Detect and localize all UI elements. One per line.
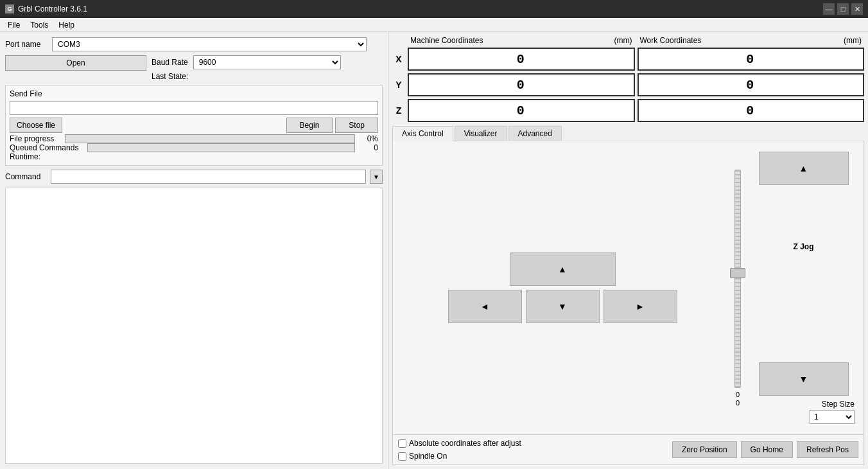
step-size-select[interactable]: 1 5 10	[810, 410, 855, 424]
z-slider-val2: 0	[736, 399, 740, 407]
tab-advanced[interactable]: Advanced	[508, 126, 562, 141]
absolute-coord-checkbox[interactable]	[398, 439, 406, 448]
send-file-label: Send File	[10, 89, 378, 98]
spindle-on-checkbox[interactable]	[398, 452, 406, 461]
z-slider-track	[734, 170, 741, 388]
z-slider-val1: 0	[736, 391, 740, 398]
menu-bar: File Tools Help	[0, 18, 868, 32]
work-x-display: 0	[638, 48, 865, 71]
minimize-button[interactable]: —	[823, 3, 835, 15]
z-slider-column: 0 0	[728, 145, 747, 430]
x-axis-label: X	[392, 48, 405, 71]
window-controls: — □ ✕	[823, 3, 863, 15]
jog-up-button[interactable]: ▲	[510, 252, 616, 286]
close-button[interactable]: ✕	[851, 3, 863, 15]
machine-y-display: 0	[408, 73, 635, 96]
tab-visualizer[interactable]: Visualizer	[455, 126, 507, 141]
refresh-pos-button[interactable]: Refresh Pos	[797, 441, 858, 458]
z-slider-handle[interactable]	[730, 268, 745, 278]
file-progress-row: File progress 0%	[10, 134, 378, 143]
tab-bar: Axis Control Visualizer Advanced	[392, 126, 864, 141]
absolute-coord-row: Absolute coordinates after adjust	[398, 439, 521, 448]
tab-content-axis-control: ▲ ◄ ▼ ►	[392, 141, 864, 465]
menu-help[interactable]: Help	[53, 19, 80, 31]
runtime-row: Runtime:	[10, 152, 378, 161]
tab-axis-control[interactable]: Axis Control	[392, 126, 453, 141]
step-size-label: Step Size	[822, 400, 855, 409]
main-content: Port name COM3 Open Baud Rate 9600 Last …	[0, 32, 868, 469]
queued-commands-label: Queued Commands	[10, 143, 83, 152]
jog-right-arrow: ►	[636, 301, 645, 312]
file-progress-label: File progress	[10, 134, 61, 143]
z-jog-down-arrow: ▼	[799, 374, 808, 384]
open-button[interactable]: Open	[5, 55, 146, 71]
z-jog-column: ▲ Z Jog ▼ Step Size 1 5	[747, 145, 860, 430]
command-label: Command	[5, 172, 47, 181]
jog-center-button[interactable]: ▼	[526, 290, 600, 323]
menu-file[interactable]: File	[3, 19, 25, 31]
bottom-controls: Absolute coordinates after adjust Spindl…	[393, 434, 864, 465]
console-area[interactable]	[5, 188, 383, 464]
z-jog-up-arrow: ▲	[799, 163, 808, 173]
port-row: Port name COM3	[5, 37, 383, 51]
title-bar: G Grbl Controller 3.6.1 — □ ✕	[0, 0, 868, 18]
svg-text:G: G	[7, 6, 12, 12]
z-jog-down-button[interactable]: ▼	[759, 362, 849, 396]
spindle-on-row: Spindle On	[398, 452, 521, 461]
machine-x-display: 0	[408, 48, 635, 71]
send-file-section: Send File Choose file Begin Stop File pr…	[5, 85, 383, 166]
machine-coords-header: Machine Coordinates (mm)	[408, 36, 635, 45]
file-progress-bar	[65, 134, 355, 143]
jog-center-arrow: ▼	[558, 301, 567, 312]
z-axis-label: Z	[392, 99, 405, 122]
queued-bar	[87, 143, 355, 152]
choose-file-button[interactable]: Choose file	[10, 118, 62, 133]
queued-row: Queued Commands 0	[10, 143, 378, 152]
absolute-coord-label: Absolute coordinates after adjust	[409, 439, 521, 448]
jog-left-arrow: ◄	[480, 301, 489, 312]
port-select[interactable]: COM3	[52, 37, 367, 51]
runtime-label: Runtime:	[10, 152, 40, 161]
file-controls-row: Choose file Begin Stop	[10, 118, 378, 133]
baud-label: Baud Rate	[152, 58, 188, 67]
jog-left-button[interactable]: ◄	[448, 290, 522, 323]
jog-up-arrow: ▲	[558, 264, 567, 274]
z-jog-label: Z Jog	[794, 242, 814, 251]
maximize-button[interactable]: □	[837, 3, 849, 15]
last-state-label: Last State:	[152, 72, 188, 81]
machine-z-display: 0	[408, 99, 635, 122]
jog-right-button[interactable]: ►	[603, 290, 677, 323]
work-coords-header: Work Coordinates (mm)	[638, 36, 865, 45]
tabs-section: Axis Control Visualizer Advanced ▲	[392, 126, 864, 465]
y-axis-label: Y	[392, 73, 405, 96]
queued-count: 0	[359, 143, 378, 152]
left-panel: Port name COM3 Open Baud Rate 9600 Last …	[0, 32, 388, 469]
last-state-row: Last State:	[152, 72, 341, 81]
file-progress-pct: 0%	[359, 134, 378, 143]
zero-position-button[interactable]: Zero Position	[672, 441, 737, 458]
baud-select[interactable]: 9600	[193, 55, 341, 69]
bottom-buttons: Zero Position Go Home Refresh Pos	[672, 441, 858, 458]
app-icon: G	[5, 4, 14, 13]
baud-row: Baud Rate 9600	[152, 55, 341, 69]
command-row: Command ▼	[5, 170, 383, 184]
stop-button[interactable]: Stop	[335, 118, 378, 133]
window-title: Grbl Controller 3.6.1	[18, 4, 87, 13]
port-name-label: Port name	[5, 40, 47, 49]
right-panel: Machine Coordinates (mm) Work Coordinate…	[388, 32, 868, 469]
command-input[interactable]	[51, 170, 366, 184]
work-z-display: 0	[638, 99, 865, 122]
work-y-display: 0	[638, 73, 865, 96]
command-dropdown-button[interactable]: ▼	[370, 170, 383, 184]
begin-button[interactable]: Begin	[286, 118, 333, 133]
z-jog-up-button[interactable]: ▲	[759, 152, 849, 185]
file-path-input[interactable]	[10, 101, 378, 115]
spindle-on-label: Spindle On	[409, 452, 447, 461]
go-home-button[interactable]: Go Home	[741, 441, 793, 458]
menu-tools[interactable]: Tools	[25, 19, 53, 31]
